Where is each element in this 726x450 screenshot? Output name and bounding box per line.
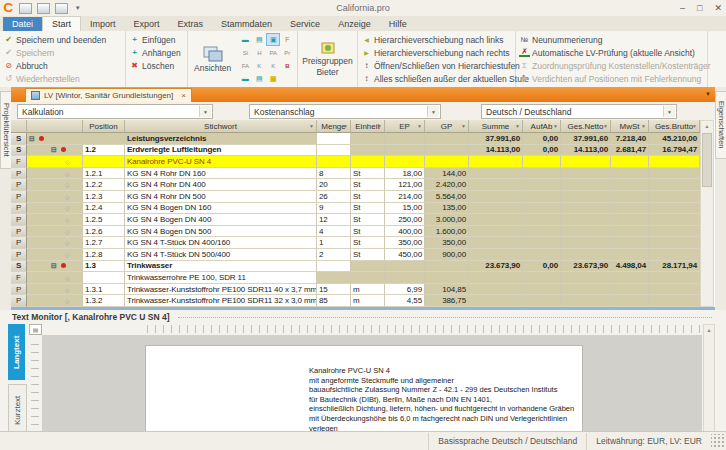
cell-MwSt[interactable] (611, 203, 649, 215)
cell-GP[interactable]: 5.564,00 (425, 191, 469, 203)
cell-EP[interactable] (385, 156, 425, 168)
row-type-cell[interactable]: P (11, 237, 27, 249)
cell-Ges.Brutto[interactable] (649, 214, 700, 226)
cell-Ges.Netto[interactable]: 37.991,60 (561, 133, 611, 145)
cell-Ges.Brutto[interactable] (649, 237, 700, 249)
cell-Stichwort[interactable]: Trinkwasser-Kunststoffrohr PE100 SDR11 3… (125, 295, 317, 307)
cell-Einheit[interactable]: St (351, 214, 385, 226)
cell-Stichwort[interactable]: Trinkwasser-Kunststoffrohr PE100 SDR11 4… (125, 284, 317, 296)
tree-cell[interactable]: ◇ (27, 226, 83, 238)
scrollbar-thumb[interactable] (702, 133, 712, 187)
cell-GP[interactable]: 104,85 (425, 284, 469, 296)
cell-Einheit[interactable]: St (351, 249, 385, 261)
view-icon-4[interactable]: F (280, 33, 294, 46)
cell-MwSt[interactable] (611, 168, 649, 180)
cell-Summe[interactable] (469, 168, 523, 180)
cell-GP[interactable]: 135,00 (425, 203, 469, 215)
cell-Summe[interactable] (469, 272, 523, 284)
cell-Summe[interactable] (469, 156, 523, 168)
cell-Position[interactable]: 1.2 (83, 145, 125, 157)
cell-Summe[interactable] (469, 191, 523, 203)
tab-kurztext[interactable]: Kurztext (8, 384, 27, 436)
cell-Position[interactable]: 1.2.1 (83, 168, 125, 180)
cell-GP[interactable]: 900,00 (425, 249, 469, 261)
cell-Ges.Brutto[interactable] (649, 156, 700, 168)
cell-Position[interactable] (83, 272, 125, 284)
view-icon-15[interactable]: ▣ (266, 72, 280, 85)
condense-button[interactable]: ◆ Verdichten auf Positionen mit Fehlerke… (519, 72, 704, 85)
cell-Stichwort[interactable]: Erdverlegte Luftleitungen (125, 145, 317, 157)
tab-hilfe[interactable]: Hilfe (380, 17, 416, 31)
cell-GP[interactable] (425, 272, 469, 284)
collapse-icon[interactable]: ⊟ (29, 135, 35, 142)
filter-arrow-icon[interactable]: ▼ (692, 123, 697, 129)
tab-start[interactable]: Start (42, 16, 81, 31)
cell-EP[interactable]: 6,99 (385, 284, 425, 296)
cell-Einheit[interactable] (351, 272, 385, 284)
row-type-cell[interactable]: P (11, 284, 27, 296)
column-header-Einheit[interactable]: Einheit▼ (351, 120, 385, 133)
tab-service[interactable]: Service (281, 17, 329, 31)
cell-Ges.Netto[interactable] (561, 214, 611, 226)
table-row[interactable]: P◇1.2.2KG SN 4 Rohr DN 40020St121,002.42… (11, 179, 715, 191)
cell-EP[interactable]: 15,00 (385, 203, 425, 215)
view-icon-2[interactable]: ▤ (252, 33, 266, 46)
cell-Einheit[interactable]: St (351, 179, 385, 191)
filter-arrow-icon[interactable]: ▼ (641, 123, 646, 129)
cell-AufAb[interactable]: 0,00 (523, 261, 561, 273)
cell-Menge[interactable]: 8 (317, 168, 351, 180)
cell-AufAb[interactable] (523, 168, 561, 180)
cell-Summe[interactable] (469, 284, 523, 296)
table-row[interactable]: S⊟1.2Erdverlegte Luftleitungen14.113,000… (11, 145, 715, 157)
tree-cell[interactable]: ◇ (27, 284, 83, 296)
cell-AufAb[interactable] (523, 226, 561, 238)
cell-Menge[interactable] (317, 261, 351, 273)
view-icon-7[interactable]: PA (266, 46, 280, 59)
cell-Einheit[interactable]: St (351, 168, 385, 180)
tab-langtext[interactable]: Langtext (8, 324, 25, 380)
cell-AufAb[interactable] (523, 249, 561, 261)
row-type-cell[interactable]: S (11, 261, 27, 273)
row-type-cell[interactable]: F (11, 156, 27, 168)
cell-Ges.Brutto[interactable] (649, 272, 700, 284)
cell-Einheit[interactable]: St (351, 203, 385, 215)
cell-Stichwort[interactable]: KG SN 4 Bogen DN 400 (125, 214, 317, 226)
cell-GP[interactable]: 144,00 (425, 168, 469, 180)
print-icon[interactable] (19, 3, 32, 14)
view-icon-9[interactable]: FA (238, 59, 252, 72)
cell-Einheit[interactable] (351, 133, 385, 145)
cell-MwSt[interactable] (611, 237, 649, 249)
cell-Position[interactable]: 1.3.2 (83, 295, 125, 307)
combo-arrow-icon[interactable]: ▼ (663, 106, 675, 117)
tree-cell[interactable]: ◇ (27, 203, 83, 215)
cell-Summe[interactable] (469, 203, 523, 215)
tab-export[interactable]: Export (125, 17, 169, 31)
cell-EP[interactable] (385, 261, 425, 273)
views-button[interactable]: Ansichten (191, 46, 234, 73)
cell-Ges.Brutto[interactable] (649, 295, 700, 307)
table-row[interactable]: F◇Trinkwasserrohre PE 100, SDR 11 (11, 272, 715, 284)
cell-Stichwort[interactable]: Trinkwasserrohre PE 100, SDR 11 (125, 272, 317, 284)
view-icon-10[interactable]: K (252, 59, 266, 72)
column-header-Position[interactable]: Position (83, 120, 125, 133)
view-icon-11[interactable]: K (266, 59, 280, 72)
cell-EP[interactable]: 350,00 (385, 237, 425, 249)
cell-GP[interactable]: 386,75 (425, 295, 469, 307)
cell-Position[interactable]: 1.2.5 (83, 214, 125, 226)
table-row[interactable]: P◇1.3.1Trinkwasser-Kunststoffrohr PE100 … (11, 284, 715, 296)
tree-cell[interactable]: ◇ (27, 179, 83, 191)
hierarchy-left-button[interactable]: ◀ Hierarchieverschiebung nach links (361, 33, 512, 46)
price-groups-button[interactable]: Preisgruppen Bieter (299, 41, 356, 77)
cell-Einheit[interactable] (351, 145, 385, 157)
tree-cell[interactable]: ⊟ (27, 133, 83, 145)
column-header-Menge[interactable]: Menge▼ (317, 120, 351, 133)
cell-AufAb[interactable] (523, 203, 561, 215)
close-all-button[interactable]: ↕ Alles schließen außer der aktuellen St… (361, 72, 512, 85)
tree-cell[interactable]: ◇ (27, 168, 83, 180)
column-header-EP[interactable]: EP▼ (385, 120, 425, 133)
cell-MwSt[interactable]: 7.218,40 (611, 133, 649, 145)
cell-AufAb[interactable] (523, 156, 561, 168)
cell-Ges.Brutto[interactable]: 16.794,47 (649, 145, 700, 157)
cell-EP[interactable] (385, 133, 425, 145)
table-row[interactable]: P◇1.2.7KG SN 4 T-Stück DN 400/1601St350,… (11, 237, 715, 249)
